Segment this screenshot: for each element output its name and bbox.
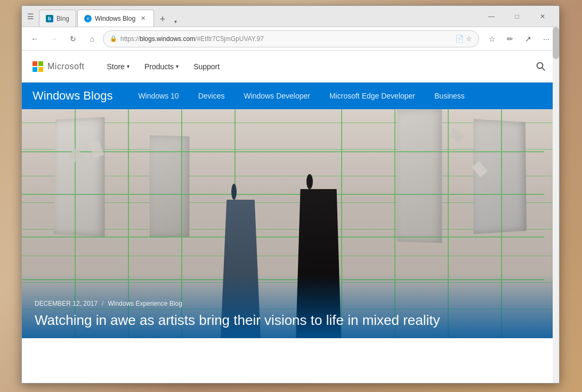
reading-view-icon[interactable]: 📄 xyxy=(455,35,464,43)
blogs-nav-windows10[interactable]: Windows 10 xyxy=(128,83,188,109)
close-button[interactable]: ✕ xyxy=(530,8,555,25)
title-bar: ☰ b Bing e Windows Blog ✕ + ▾ — □ ✕ xyxy=(22,6,559,27)
home-button[interactable]: ⌂ xyxy=(84,30,101,47)
browser-menu-icon[interactable]: ☰ xyxy=(26,12,35,21)
refresh-button[interactable]: ↻ xyxy=(64,30,82,47)
article-title[interactable]: Watching in awe as artists bring their v… xyxy=(35,312,546,330)
hero-area: DECEMBER 12, 2017 / Windows Experience B… xyxy=(22,109,559,338)
address-bar[interactable]: 🔒 https://blogs.windows.com/#Etftr7C5jmG… xyxy=(103,30,479,47)
blogs-nav-windows-developer[interactable]: Windows Developer xyxy=(234,83,320,109)
ms-logo-red xyxy=(33,61,37,66)
title-bar-left: ☰ xyxy=(26,12,35,21)
back-button[interactable]: ← xyxy=(26,30,43,47)
article-meta: DECEMBER 12, 2017 / Windows Experience B… xyxy=(35,300,546,307)
hub-button[interactable]: ☆ xyxy=(483,30,500,47)
ms-logo-text: Microsoft xyxy=(47,62,84,71)
ms-nav: Store ▾ Products ▾ Support xyxy=(100,58,226,75)
tab-windows-blog-label: Windows Blog xyxy=(95,15,135,22)
address-bar-icons: 📄 ☆ xyxy=(455,35,472,43)
svg-line-1 xyxy=(542,68,545,70)
url-text: https://blogs.windows.com/#Etftr7C5jmGpU… xyxy=(120,35,264,43)
browser-scrollbar[interactable] xyxy=(553,27,559,383)
minimize-button[interactable]: — xyxy=(479,8,504,25)
ms-logo-icon xyxy=(33,61,43,72)
notes-button[interactable]: ✏ xyxy=(502,30,519,47)
new-tab-button[interactable]: + xyxy=(155,12,170,27)
tab-bing-label: Bing xyxy=(56,15,69,22)
nav-products[interactable]: Products ▾ xyxy=(138,58,185,75)
store-dropdown-icon: ▾ xyxy=(127,63,130,69)
windows-blog-favicon: e xyxy=(84,15,92,22)
page-content: Microsoft Store ▾ Products ▾ Support xyxy=(22,51,559,383)
tab-bing[interactable]: b Bing xyxy=(39,10,76,27)
article-date: DECEMBER 12, 2017 xyxy=(35,300,98,307)
blogs-nav-items: Windows 10 Devices Windows Developer Mic… xyxy=(128,83,474,109)
tab-close-button[interactable]: ✕ xyxy=(139,14,147,23)
blogs-title[interactable]: Windows Blogs xyxy=(33,89,112,103)
ms-logo[interactable]: Microsoft xyxy=(33,61,84,72)
blogs-nav-devices[interactable]: Devices xyxy=(189,83,235,109)
ms-logo-green xyxy=(38,61,43,66)
ms-logo-yellow xyxy=(38,67,43,72)
blogs-nav-edge-developer[interactable]: Microsoft Edge Developer xyxy=(320,83,425,109)
maximize-button[interactable]: □ xyxy=(505,8,529,25)
ms-logo-blue xyxy=(33,67,37,72)
lock-icon: 🔒 xyxy=(110,35,117,42)
blogs-nav: Windows Blogs Windows 10 Devices Windows… xyxy=(22,83,559,109)
tab-windows-blog[interactable]: e Windows Blog ✕ xyxy=(77,10,154,27)
nav-store[interactable]: Store ▾ xyxy=(100,58,135,75)
nav-bar: ← → ↻ ⌂ 🔒 https://blogs.windows.com/#Etf… xyxy=(22,27,559,51)
scrollbar-thumb[interactable] xyxy=(553,27,559,59)
browser-window: ☰ b Bing e Windows Blog ✕ + ▾ — □ ✕ ← → xyxy=(21,5,560,383)
url-domain: blogs.windows.com xyxy=(140,35,195,43)
article-footer: DECEMBER 12, 2017 / Windows Experience B… xyxy=(22,274,559,338)
share-button[interactable]: ↗ xyxy=(520,30,537,47)
ms-search-button[interactable] xyxy=(534,59,548,74)
window-controls: — □ ✕ xyxy=(479,8,555,25)
bing-favicon: b xyxy=(46,15,53,22)
blogs-nav-business[interactable]: Business xyxy=(425,83,474,109)
tabs-area: b Bing e Windows Blog ✕ + ▾ xyxy=(39,6,479,27)
tab-dropdown-button[interactable]: ▾ xyxy=(170,16,181,27)
ms-header: Microsoft Store ▾ Products ▾ Support xyxy=(22,51,559,83)
products-dropdown-icon: ▾ xyxy=(176,63,179,69)
forward-button[interactable]: → xyxy=(45,30,62,47)
article-separator: / xyxy=(102,300,103,307)
nav-support[interactable]: Support xyxy=(187,58,226,75)
article-blog-name[interactable]: Windows Experience Blog xyxy=(108,300,182,307)
favorites-icon[interactable]: ☆ xyxy=(466,35,472,43)
url-https: https:// xyxy=(120,35,140,43)
url-path: /#Etftr7C5jmGpUVAY.97 xyxy=(195,35,264,43)
nav-action-icons: ☆ ✏ ↗ ··· xyxy=(483,30,555,47)
